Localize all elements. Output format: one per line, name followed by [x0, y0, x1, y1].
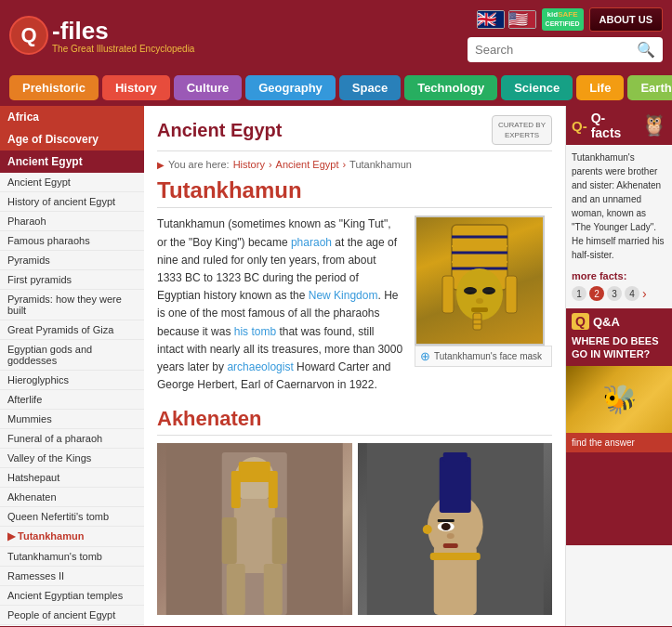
header: Q -files The Great Illustrated Encyclope… — [0, 0, 672, 70]
sidebar-item-pyramids[interactable]: Pyramids — [0, 251, 144, 270]
qa-header: Q Q&A — [566, 308, 672, 334]
article-body: Tutankhamun (sometimes known as "King Tu… — [157, 216, 552, 394]
svg-rect-38 — [442, 543, 457, 548]
qa-label: Q&A — [593, 315, 620, 329]
svg-rect-36 — [437, 519, 454, 522]
tab-science[interactable]: Science — [501, 75, 573, 100]
article-title: Tutankhamun — [157, 177, 552, 208]
tab-life[interactable]: Life — [576, 75, 624, 100]
svg-rect-24 — [222, 517, 237, 564]
fact-pages: 1 2 3 4 › — [566, 284, 672, 308]
sidebar-section-age-of-discovery[interactable]: Age of Discovery — [0, 128, 144, 150]
sidebar-item-egyptian-gods[interactable]: Egyptian gods and goddesses — [0, 340, 144, 371]
sidebar-section-ancient-egypt[interactable]: Ancient Egypt — [0, 150, 144, 173]
section2-title: Akhenaten — [157, 407, 552, 436]
svg-point-39 — [422, 525, 431, 534]
tab-earth[interactable]: Earth — [627, 75, 672, 100]
sidebar-item-ramesses[interactable]: Ramesses II — [0, 567, 144, 586]
logo-text-area: -files The Great Illustrated Encyclopedi… — [52, 17, 194, 54]
search-button[interactable]: 🔍 — [637, 41, 655, 59]
page-title-bar: Ancient Egypt CURATED BYEXPERTS — [157, 115, 552, 151]
fact-page-3[interactable]: 3 — [607, 286, 622, 301]
sidebar-item-first-pyramids[interactable]: First pyramids — [0, 270, 144, 290]
sidebar-item-ancient-egypt[interactable]: Ancient Egypt — [0, 173, 144, 192]
svg-rect-26 — [239, 462, 270, 482]
curated-badge: CURATED BYEXPERTS — [492, 115, 552, 145]
breadcrumb-history-link[interactable]: History — [233, 159, 265, 170]
fact-page-1[interactable]: 1 — [572, 286, 586, 301]
svg-rect-25 — [272, 517, 287, 564]
sidebar-item-afterlife[interactable]: Afterlife — [0, 390, 144, 410]
more-facts-label: more facts: — [566, 268, 672, 284]
sidebar-item-valley-kings[interactable]: Valley of the Kings — [0, 449, 144, 468]
breadcrumb-ancient-egypt-link[interactable]: Ancient Egypt — [276, 159, 339, 170]
sidebar-item-pyramids-how-built[interactable]: Pyramids: how they were built — [0, 290, 144, 320]
akhenaten-image-2 — [358, 443, 553, 615]
sidebar-item-mummies[interactable]: Mummies — [0, 410, 144, 429]
nefertiti-svg — [358, 443, 553, 615]
svg-rect-32 — [439, 457, 470, 513]
sidebar-item-pharaoh[interactable]: Pharaoh — [0, 212, 144, 231]
tab-geography[interactable]: Geography — [245, 75, 336, 100]
qfacts-text: Tutankhamun's parents were brother and s… — [566, 145, 672, 268]
qa-question: WHERE DO BEES GO IN WINTER? — [566, 334, 672, 366]
qa-image: 🐝 — [566, 366, 672, 433]
sidebar-item-egyptian-temples[interactable]: Ancient Egyptian temples — [0, 586, 144, 606]
search-bar: 🔍 — [468, 37, 663, 62]
logo-icon[interactable]: Q — [9, 16, 48, 55]
sidebar-item-great-pyramids[interactable]: Great Pyramids of Giza — [0, 320, 144, 340]
sidebar-item-akhenaten[interactable]: Akhenaten — [0, 488, 144, 507]
pharaoh-link[interactable]: pharaoh — [291, 236, 332, 249]
qfacts-title: Q-facts — [591, 111, 634, 140]
find-answer-button[interactable]: find the answer — [566, 433, 672, 452]
qa-logo: Q — [572, 313, 589, 330]
his-tomb-link[interactable]: his tomb — [234, 325, 276, 338]
sidebar-item-funeral-pharaoh[interactable]: Funeral of a pharaoh — [0, 429, 144, 449]
sidebar-item-hatshepaut[interactable]: Hatshepaut — [0, 468, 144, 488]
qa-title-area: Q&A — [593, 315, 620, 329]
fact-next-arrow[interactable]: › — [642, 286, 647, 301]
new-kingdom-link[interactable]: New Kingdom — [309, 289, 378, 302]
svg-rect-22 — [227, 564, 245, 615]
search-input[interactable] — [475, 43, 637, 57]
sidebar-item-tutankhamun[interactable]: ▶ Tutankhamun — [0, 527, 144, 547]
archaeologist-link[interactable]: archaeologist — [227, 360, 293, 373]
tab-space[interactable]: Space — [339, 75, 401, 100]
about-us-button[interactable]: ABOUT US — [589, 7, 663, 32]
svg-rect-33 — [442, 452, 467, 462]
sidebar-item-people-ancient-egypt[interactable]: People of ancient Egypt — [0, 606, 144, 625]
logo-text: -files — [52, 17, 109, 46]
fact-page-2[interactable]: 2 — [589, 286, 604, 301]
zoom-icon[interactable]: ⊕ — [420, 349, 430, 363]
sidebar-item-hieroglyphics[interactable]: Hieroglyphics — [0, 371, 144, 390]
statue-svg-1 — [157, 443, 352, 615]
fact-page-4[interactable]: 4 — [625, 286, 639, 301]
tab-history[interactable]: History — [102, 75, 170, 100]
sidebar-item-history-ancient-egypt[interactable]: History of ancient Egypt — [0, 192, 144, 212]
qfacts-header: Q- Q-facts 🦉 — [566, 106, 672, 145]
sidebar-item-tutankhamun-tomb[interactable]: Tutankhamun's tomb — [0, 547, 144, 567]
sidebar-arrow: ▶ — [7, 530, 18, 542]
section2-images — [157, 443, 552, 615]
tab-culture[interactable]: Culture — [174, 75, 243, 100]
right-sidebar: Q- Q-facts 🦉 Tutankhamun's parents were … — [565, 106, 672, 626]
logo-area: Q -files The Great Illustrated Encyclope… — [9, 16, 194, 55]
tab-prehistoric[interactable]: Prehistoric — [9, 75, 99, 100]
svg-rect-16 — [442, 276, 454, 313]
flag-uk[interactable] — [477, 10, 505, 29]
right-sidebar-bottom — [566, 452, 672, 545]
sidebar-section-africa[interactable]: Africa — [0, 106, 144, 128]
svg-rect-17 — [506, 276, 517, 313]
breadcrumb-arrow: ▶ — [157, 160, 165, 170]
sidebar-item-queen-nefertiti[interactable]: Queen Nefertiti's tomb — [0, 507, 144, 527]
svg-rect-23 — [264, 564, 283, 615]
article-image — [415, 216, 545, 346]
header-right: kidSAFECERTIFIED ABOUT US 🔍 — [468, 7, 663, 62]
tab-technology[interactable]: Technology — [404, 75, 497, 100]
qfacts-icon: Q- — [572, 118, 587, 134]
sidebar-item-famous-pharaohs[interactable]: Famous pharaohs — [0, 231, 144, 251]
flag-us[interactable] — [508, 10, 536, 29]
svg-rect-21 — [234, 499, 275, 573]
breadcrumb-current: Tutankhamun — [349, 159, 412, 170]
svg-point-11 — [476, 298, 483, 304]
